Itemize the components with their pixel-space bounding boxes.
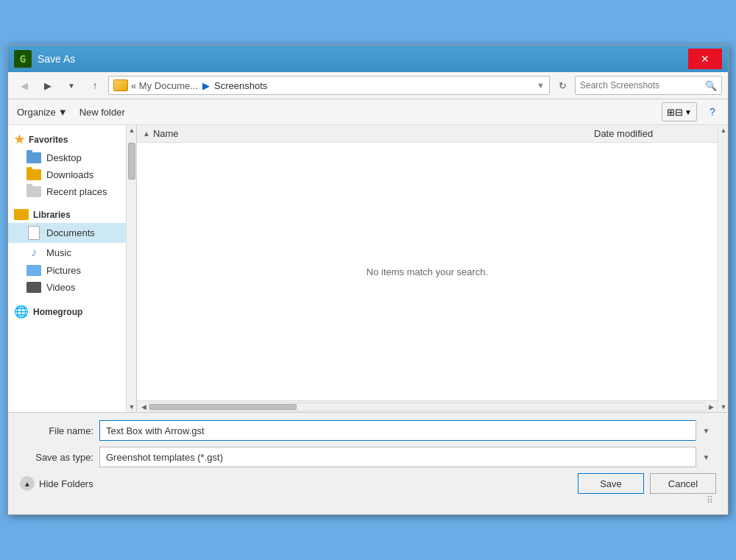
main-scrollbar[interactable]: ▲ ▼ xyxy=(718,125,728,412)
search-bar[interactable]: 🔍 xyxy=(575,76,722,95)
form-actions: ▲ Hide Folders Save Cancel xyxy=(20,473,716,494)
horizontal-scrollbar[interactable]: ◀ ▶ xyxy=(137,400,718,412)
downloads-label: Downloads xyxy=(46,169,93,180)
resize-grip[interactable]: ⠿ xyxy=(20,494,716,507)
dialog-title: Save As xyxy=(38,53,75,65)
h-scroll-thumb[interactable] xyxy=(149,404,297,410)
hide-folders-button[interactable]: ▲ Hide Folders xyxy=(20,476,93,491)
hide-folders-label: Hide Folders xyxy=(39,478,93,489)
search-icon: 🔍 xyxy=(705,80,717,91)
app-icon: G xyxy=(14,50,32,68)
save-type-input[interactable] xyxy=(99,447,716,467)
save-type-row: Save as type: ▼ xyxy=(20,447,716,467)
address-bar[interactable]: « My Docume... ▶ Screenshots ▼ xyxy=(108,76,550,95)
file-name-input-wrapper: ▼ xyxy=(99,420,716,441)
desktop-label: Desktop xyxy=(46,152,82,163)
libraries-folder-icon xyxy=(14,209,29,220)
file-name-dropdown-arrow[interactable]: ▼ xyxy=(696,420,716,441)
main-scroll-down[interactable]: ▼ xyxy=(718,402,729,412)
h-scroll-track xyxy=(149,403,706,411)
sidebar-content: ★ Favorites Desktop xyxy=(8,125,126,412)
file-name-input[interactable] xyxy=(99,420,716,441)
view-arrow: ▼ xyxy=(684,108,692,116)
hide-folders-icon: ▲ xyxy=(20,476,35,491)
sidebar-item-downloads[interactable]: Downloads xyxy=(8,166,126,183)
col-date-header[interactable]: Date modified xyxy=(594,128,712,139)
help-button[interactable]: ? xyxy=(703,102,722,121)
save-button[interactable]: Save xyxy=(578,473,644,494)
videos-label: Videos xyxy=(46,282,76,293)
h-scroll-left[interactable]: ◀ xyxy=(138,402,149,412)
sidebar-item-desktop[interactable]: Desktop xyxy=(8,149,126,166)
address-icon xyxy=(113,79,128,91)
sidebar-item-pictures[interactable]: Pictures xyxy=(8,262,126,279)
main-scroll-track xyxy=(718,135,728,402)
pictures-icon xyxy=(26,265,42,276)
sidebar-favorites-header[interactable]: ★ Favorites xyxy=(8,130,126,149)
address-current-folder: Screenshots xyxy=(214,80,267,91)
file-list-header: ▲ Name Date modified xyxy=(137,125,718,143)
organize-arrow: ▼ xyxy=(58,107,68,118)
star-icon: ★ xyxy=(14,132,24,146)
music-icon: ♪ xyxy=(26,246,42,259)
music-label: Music xyxy=(46,247,71,258)
desktop-folder-icon xyxy=(26,152,42,163)
address-breadcrumb: « My Docume... xyxy=(131,80,198,91)
main-scroll-up[interactable]: ▲ xyxy=(718,125,729,135)
recent-folder-icon xyxy=(26,186,42,197)
pictures-label: Pictures xyxy=(46,265,81,276)
h-scroll-right[interactable]: ▶ xyxy=(706,402,716,412)
save-type-dropdown-arrow[interactable]: ▼ xyxy=(696,447,716,467)
organize-button[interactable]: Organize ▼ xyxy=(14,102,71,121)
refresh-button[interactable]: ↻ xyxy=(553,76,572,95)
sidebar: ★ Favorites Desktop xyxy=(8,125,137,412)
videos-icon xyxy=(26,282,42,293)
sidebar-homegroup-header[interactable]: 🌐 Homegroup xyxy=(8,302,126,322)
homegroup-icon: 🌐 xyxy=(14,305,29,319)
search-input[interactable] xyxy=(580,80,702,91)
file-name-label: File name: xyxy=(20,425,93,436)
file-area: ▲ Name Date modified No items match your… xyxy=(137,125,718,412)
file-list-body: No items match your search. xyxy=(137,143,718,400)
close-button[interactable]: ✕ xyxy=(688,49,722,69)
recent-locations-button[interactable]: ▼ xyxy=(61,76,82,95)
cancel-button[interactable]: Cancel xyxy=(650,473,716,494)
bottom-area: File name: ▼ Save as type: ▼ ▲ Hide Fold… xyxy=(8,412,728,514)
col-name-header[interactable]: Name xyxy=(153,128,591,139)
address-arrow: ▶ xyxy=(202,80,210,91)
file-name-row: File name: ▼ xyxy=(20,420,716,441)
sidebar-libraries-header[interactable]: Libraries xyxy=(8,206,126,223)
sidebar-scroll-up[interactable]: ▲ xyxy=(127,125,137,135)
recent-label: Recent places xyxy=(46,186,107,197)
address-dropdown-arrow[interactable]: ▼ xyxy=(537,81,545,90)
address-toolbar: ◀ ▶ ▼ ↑ « My Docume... ▶ Screenshots ▼ ↻… xyxy=(8,72,728,99)
forward-button[interactable]: ▶ xyxy=(38,76,58,95)
view-icon: ⊞⊟ xyxy=(667,107,683,118)
sidebar-scroll-down[interactable]: ▼ xyxy=(127,402,137,412)
sidebar-item-music[interactable]: ♪ Music xyxy=(8,243,126,262)
save-type-input-wrapper: ▼ xyxy=(99,447,716,467)
main-content: ★ Favorites Desktop xyxy=(8,125,728,412)
save-as-dialog: G Save As ✕ ◀ ▶ ▼ ↑ « My Docume... ▶ Scr… xyxy=(7,45,729,515)
sidebar-item-recent[interactable]: Recent places xyxy=(8,183,126,200)
sidebar-scroll-thumb[interactable] xyxy=(128,143,135,180)
save-type-label: Save as type: xyxy=(20,452,93,463)
empty-message: No items match your search. xyxy=(367,266,488,277)
new-folder-button[interactable]: New folder xyxy=(77,102,128,121)
titlebar: G Save As ✕ xyxy=(8,46,728,72)
up-button[interactable]: ↑ xyxy=(85,76,105,95)
organize-toolbar: Organize ▼ New folder ⊞⊟ ▼ ? xyxy=(8,99,728,125)
sidebar-item-documents[interactable]: Documents xyxy=(8,223,126,243)
sidebar-item-videos[interactable]: Videos xyxy=(8,279,126,296)
sort-arrow-up: ▲ xyxy=(143,130,150,138)
sidebar-scroll-track xyxy=(127,135,136,402)
downloads-folder-icon xyxy=(26,169,42,180)
back-button[interactable]: ◀ xyxy=(14,76,35,95)
documents-label: Documents xyxy=(46,227,95,238)
view-button[interactable]: ⊞⊟ ▼ xyxy=(662,102,697,121)
documents-icon xyxy=(26,226,42,240)
sidebar-scrollbar[interactable]: ▲ ▼ xyxy=(126,125,136,412)
